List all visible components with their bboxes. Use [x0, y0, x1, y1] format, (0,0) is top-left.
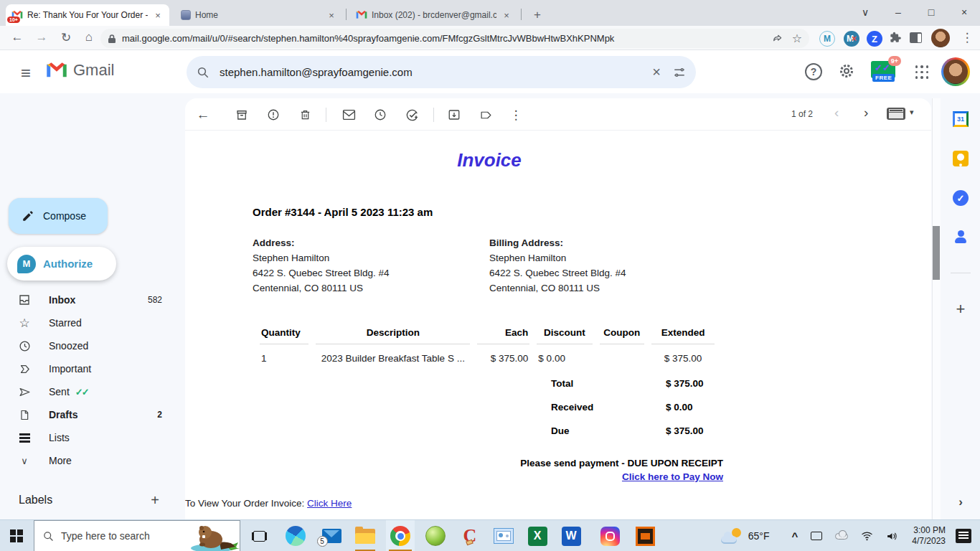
create-label-icon[interactable]: +: [151, 492, 159, 509]
display-tray-icon[interactable]: [811, 532, 822, 540]
mailsuite-extension-icon[interactable]: M×: [844, 31, 859, 47]
back-to-list-icon[interactable]: ←: [194, 105, 212, 124]
tab-divider: [346, 9, 347, 20]
photos-app-icon[interactable]: [492, 524, 515, 547]
snooze-icon[interactable]: [371, 105, 390, 124]
pay-now-link[interactable]: Click here to Pay Now: [622, 471, 723, 482]
sidebar-item-important[interactable]: Important: [0, 357, 178, 380]
ccleaner-icon[interactable]: C: [458, 524, 481, 547]
task-view-icon[interactable]: [247, 524, 271, 547]
taskbar-search-box[interactable]: Type here to search: [34, 520, 240, 551]
onedrive-icon[interactable]: [835, 533, 848, 540]
scrollbar-thumb[interactable]: [933, 226, 940, 280]
chrome-icon[interactable]: [389, 524, 412, 547]
contacts-icon[interactable]: [953, 230, 969, 245]
mailtrack-free-icon[interactable]: ✓✓ FREE 9+: [868, 60, 900, 84]
browser-profile-avatar[interactable]: [931, 29, 950, 47]
more-options-icon[interactable]: ⋮: [507, 105, 525, 124]
weather-widget[interactable]: 65°F: [721, 528, 770, 544]
sidebar-item-snoozed[interactable]: Snoozed: [0, 334, 178, 357]
show-hidden-icons-chevron[interactable]: ^: [792, 530, 798, 542]
tab-close-icon[interactable]: ×: [152, 10, 164, 21]
search-icon[interactable]: [197, 66, 209, 79]
action-center-icon[interactable]: [956, 529, 971, 543]
browser-tab-home[interactable]: Home ×: [175, 4, 343, 26]
input-tools-keyboard-icon[interactable]: [887, 108, 905, 120]
newer-email-icon[interactable]: ‹: [834, 105, 839, 121]
compose-button[interactable]: Compose: [9, 198, 108, 234]
authorize-button[interactable]: M Authorize: [7, 247, 116, 281]
mark-unread-icon[interactable]: [339, 105, 358, 124]
file-explorer-icon[interactable]: [354, 524, 377, 547]
side-panel-icon[interactable]: [910, 32, 922, 43]
sidebar-item-lists[interactable]: Lists: [0, 426, 178, 449]
tab-search-icon[interactable]: ∨: [851, 0, 880, 24]
keep-icon[interactable]: [953, 151, 969, 166]
excel-icon[interactable]: X: [526, 524, 549, 547]
volume-icon[interactable]: [886, 531, 898, 542]
tab-close-icon[interactable]: ×: [326, 10, 337, 21]
sidebar-item-more[interactable]: ∨ More: [0, 449, 178, 472]
browser-menu-icon[interactable]: ⋮: [957, 30, 977, 45]
start-button[interactable]: [0, 520, 33, 551]
address-bar[interactable]: mail.google.com/mail/u/0/#search/stephen…: [100, 29, 809, 48]
mail-icon[interactable]: 5: [320, 524, 343, 547]
forward-icon[interactable]: →: [32, 30, 52, 44]
report-spam-icon[interactable]: [264, 105, 283, 124]
home-icon[interactable]: ⌂: [79, 30, 99, 44]
scrollbar-track[interactable]: [932, 98, 941, 519]
clear-search-icon[interactable]: ×: [646, 64, 667, 80]
show-side-panel-icon[interactable]: ›: [941, 495, 980, 509]
clock-widget[interactable]: 3:00 PM 4/7/2023: [912, 525, 946, 547]
help-icon[interactable]: ?: [805, 63, 822, 80]
instagram-icon[interactable]: [598, 524, 621, 547]
sidebar-item-drafts[interactable]: Drafts 2: [0, 403, 178, 426]
labels-icon[interactable]: [476, 105, 495, 124]
view-invoice-link[interactable]: Click Here: [307, 498, 352, 509]
sidebar-item-sent[interactable]: Sent ✓✓: [0, 380, 178, 403]
payment-note: Please send payment - DUE UPON RECEIPT: [253, 458, 726, 468]
zillow-extension-icon[interactable]: Z: [867, 31, 882, 47]
green-orb-icon[interactable]: [424, 524, 447, 547]
archive-icon[interactable]: [232, 105, 251, 124]
share-icon[interactable]: [772, 33, 783, 44]
window-close-button[interactable]: ×: [950, 0, 979, 24]
sidebar-item-starred[interactable]: ☆ Starred: [0, 311, 178, 334]
gmail-profile-avatar[interactable]: [941, 57, 970, 86]
window-restore-button[interactable]: □: [917, 0, 946, 24]
bookmark-star-icon[interactable]: ☆: [792, 32, 802, 45]
word-icon[interactable]: W: [560, 524, 583, 547]
extensions-puzzle-icon[interactable]: [890, 32, 903, 44]
wifi-icon[interactable]: [861, 531, 873, 541]
window-minimize-button[interactable]: –: [884, 0, 913, 24]
google-apps-grid-icon[interactable]: [915, 65, 928, 78]
older-email-icon[interactable]: ›: [864, 105, 868, 121]
main-menu-icon[interactable]: ≡: [16, 63, 36, 83]
address-line: Stephen Hamilton: [253, 250, 489, 265]
rail-divider: [951, 273, 971, 273]
search-input[interactable]: stephen.hamilton@sprayfoamgenie.com: [220, 66, 646, 78]
move-to-icon[interactable]: [445, 105, 463, 124]
tasks-icon[interactable]: ✓: [953, 190, 969, 206]
orange-app-icon[interactable]: [633, 524, 656, 547]
gmail-m-icon: [46, 62, 67, 79]
refresh-icon[interactable]: ↻: [56, 30, 76, 45]
search-bar[interactable]: stephen.hamilton@sprayfoamgenie.com ×: [187, 56, 696, 88]
delete-icon[interactable]: [296, 105, 314, 124]
sidebar-item-inbox[interactable]: Inbox 582: [0, 288, 178, 311]
edge-icon[interactable]: [284, 524, 307, 547]
input-tools-caret-icon[interactable]: ▾: [910, 108, 914, 117]
back-icon[interactable]: ←: [7, 30, 27, 44]
add-to-tasks-icon[interactable]: [402, 105, 421, 124]
new-tab-button[interactable]: +: [528, 6, 547, 24]
browser-tab-order[interactable]: 10+ Re: Thank You For Your Order - n ×: [6, 4, 169, 26]
tab-close-icon[interactable]: ×: [501, 10, 512, 21]
search-options-icon[interactable]: [673, 66, 686, 79]
mail-unread-badge: 5: [317, 536, 328, 547]
settings-gear-icon[interactable]: [838, 62, 855, 80]
calendar-icon[interactable]: 31: [953, 111, 969, 127]
get-addons-icon[interactable]: +: [941, 300, 980, 319]
browser-tab-inbox[interactable]: Inbox (202) - brcdenver@gmail.c ×: [350, 4, 518, 26]
windows-taskbar: Type here to search 5 C X W 65°F ^: [0, 519, 980, 551]
mailtrack-extension-icon[interactable]: M: [819, 31, 835, 47]
